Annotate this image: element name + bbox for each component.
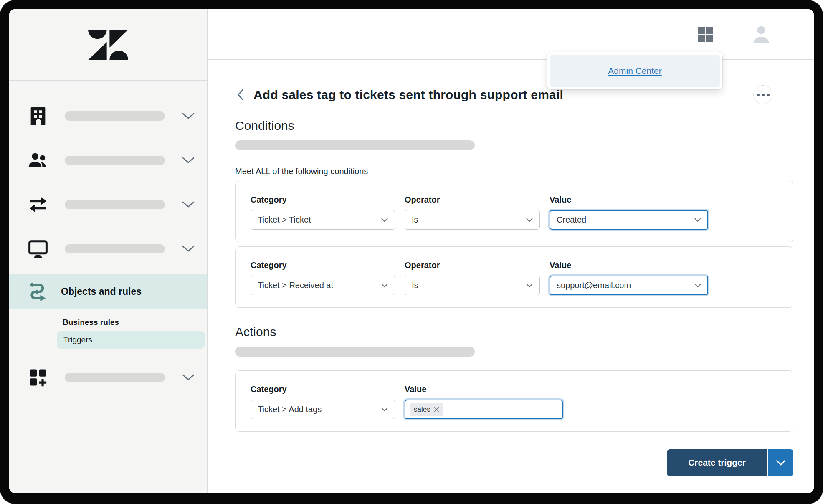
chevron-down-icon[interactable] [182, 374, 195, 381]
category-label: Category [251, 385, 395, 394]
select-value: Ticket > Add tags [258, 405, 322, 414]
user-avatar-icon[interactable] [750, 23, 772, 46]
value-label: Value [405, 385, 563, 394]
dot [767, 94, 770, 96]
footer-actions: Create trigger [235, 449, 793, 476]
select-value: Is [412, 215, 418, 225]
nav-label-skeleton [65, 200, 165, 209]
chevron-down-icon [381, 284, 388, 288]
chevron-down-icon[interactable] [182, 246, 195, 252]
zendesk-logo-icon[interactable] [88, 30, 128, 60]
admin-center-link[interactable]: Admin Center [608, 66, 661, 76]
condition-1-value-select[interactable]: Created [550, 210, 708, 230]
swap-arrows-icon [27, 194, 49, 215]
app-grid-icon[interactable] [696, 25, 715, 44]
chevron-down-icon[interactable] [182, 201, 195, 208]
create-trigger-button[interactable]: Create trigger [667, 449, 767, 476]
main-area: Admin Center Add sales tag to tickets se… [208, 9, 814, 493]
value-label: Value [550, 261, 708, 270]
sidebar-item-label: Objects and rules [61, 286, 142, 297]
select-value: Is [412, 281, 418, 290]
condition-card: Category Ticket > Ticket Operator Is [235, 181, 793, 242]
sidebar-logo-area [9, 9, 207, 81]
sidebar-item-people[interactable] [9, 138, 207, 182]
chevron-down-icon [694, 284, 701, 288]
operator-field: Operator Is [405, 261, 540, 295]
triggers-label: Triggers [63, 335, 92, 344]
sidebar-nav: Objects and rules Business rules Trigger… [9, 81, 207, 400]
sidebar-item-channels[interactable] [9, 182, 207, 227]
condition-2-value-select[interactable]: support@email.com [550, 276, 708, 295]
category-field: Category Ticket > Add tags [251, 385, 395, 419]
select-value: Ticket > Received at [258, 281, 333, 290]
admin-center-popup-row: Admin Center [550, 55, 720, 87]
condition-1-category-select[interactable]: Ticket > Ticket [251, 210, 395, 230]
tag-chip: sales [410, 403, 443, 416]
chevron-down-icon [526, 284, 533, 288]
condition-2-operator-select[interactable]: Is [405, 276, 540, 295]
category-label: Category [251, 195, 395, 205]
apps-add-icon [27, 367, 49, 388]
nav-label-skeleton [65, 373, 165, 382]
people-icon [27, 149, 49, 171]
value-field: Value support@email.com [550, 261, 708, 295]
monitor-person-icon [27, 237, 49, 261]
category-label: Category [251, 261, 395, 270]
nav-label-skeleton [65, 111, 165, 121]
dot [762, 94, 765, 96]
operator-label: Operator [405, 195, 540, 205]
actions-heading: Actions [235, 325, 793, 339]
top-bar [208, 9, 814, 60]
sidebar-item-objects-and-rules[interactable]: Objects and rules [9, 274, 207, 309]
value-field: Value Created [550, 195, 708, 230]
conditions-description-skeleton [235, 140, 475, 150]
building-icon [27, 105, 49, 127]
conditions-heading: Conditions [235, 119, 793, 133]
select-value: Created [557, 215, 586, 225]
select-value: Ticket > Ticket [258, 215, 311, 225]
remove-tag-icon[interactable] [434, 407, 439, 412]
chevron-down-icon [381, 218, 388, 222]
condition-1-operator-select[interactable]: Is [405, 210, 540, 230]
chevron-down-icon[interactable] [182, 157, 195, 164]
admin-center-popup: Admin Center [547, 52, 722, 89]
sidebar: Objects and rules Business rules Trigger… [9, 9, 208, 493]
sidebar-subitem-triggers[interactable]: Triggers [57, 331, 205, 349]
category-field: Category Ticket > Ticket [251, 195, 395, 230]
sidebar-item-apps[interactable] [9, 355, 207, 400]
chevron-down-icon [381, 408, 388, 412]
value-label: Value [550, 195, 708, 205]
sidebar-subitem-business-rules[interactable]: Business rules [63, 318, 207, 327]
ellipsis-icon[interactable] [753, 85, 772, 104]
chevron-down-icon [526, 218, 533, 222]
chevron-down-icon [694, 218, 701, 222]
app-window: Objects and rules Business rules Trigger… [9, 9, 814, 493]
chevron-down-icon[interactable] [182, 113, 195, 119]
condition-2-category-select[interactable]: Ticket > Received at [251, 276, 395, 295]
page-title: Add sales tag to tickets sent through su… [253, 88, 563, 102]
page-content: Add sales tag to tickets sent through su… [208, 60, 814, 493]
tag-label: sales [414, 405, 430, 414]
chevron-down-icon [776, 460, 786, 466]
operator-label: Operator [405, 261, 540, 270]
sidebar-item-account[interactable] [9, 94, 207, 138]
nav-label-skeleton [65, 244, 165, 253]
back-chevron-icon[interactable] [235, 88, 249, 102]
operator-field: Operator Is [405, 195, 540, 230]
screenshot-canvas: Objects and rules Business rules Trigger… [0, 0, 823, 504]
nav-label-skeleton [65, 156, 165, 165]
tags-input[interactable]: sales [405, 400, 563, 419]
actions-description-skeleton [235, 347, 475, 357]
sidebar-item-workspaces[interactable] [9, 227, 207, 271]
create-trigger-dropdown-button[interactable] [768, 449, 793, 476]
workflow-icon [27, 280, 49, 303]
action-card: Category Ticket > Add tags Value sales [235, 370, 793, 432]
condition-card: Category Ticket > Received at Operator I… [235, 246, 793, 308]
meet-all-label: Meet ALL of the following conditions [235, 167, 793, 176]
action-1-category-select[interactable]: Ticket > Add tags [251, 400, 395, 419]
category-field: Category Ticket > Received at [251, 261, 395, 295]
value-field: Value sales [405, 385, 563, 419]
select-value: support@email.com [557, 281, 631, 290]
dot [757, 94, 760, 96]
